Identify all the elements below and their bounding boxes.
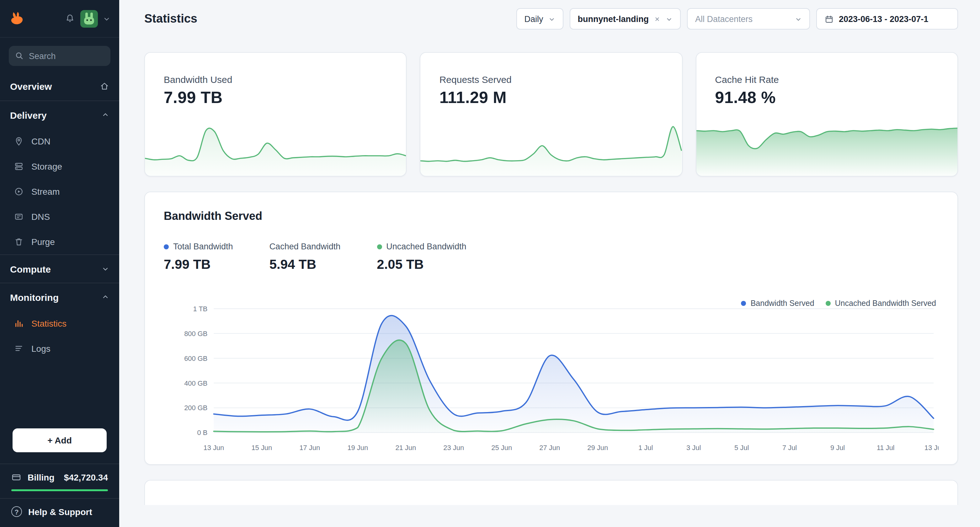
stat-card-value: 7.99 TB	[145, 85, 406, 107]
stat-card-requests-served: Requests Served 111.29 M	[420, 52, 682, 177]
page-title: Statistics	[144, 12, 197, 26]
sidebar-item-purge[interactable]: Purge	[0, 229, 119, 254]
delivery-label: Delivery	[10, 110, 47, 120]
cache-hit-rate-sparkline	[696, 116, 958, 176]
metric-cached-bandwidth: Cached Bandwidth 5.94 TB	[269, 242, 340, 272]
sidebar-bottom: + Add Billing $42,720.34 ? Help & Suppor…	[0, 428, 119, 527]
svg-text:600 GB: 600 GB	[184, 355, 207, 363]
bandwidth-served-chart[interactable]: 0 B200 GB400 GB600 GB800 GB1 TB13 Jun15 …	[164, 300, 939, 458]
next-card-partial	[144, 480, 958, 505]
sidebar-item-overview[interactable]: Overview	[0, 72, 119, 101]
datacenter-select[interactable]: All Datacenters	[687, 8, 810, 30]
notifications-bell-icon[interactable]	[65, 13, 75, 24]
billing-label: Billing	[28, 472, 54, 482]
metric-uncached-bandwidth: Uncached Bandwidth 2.05 TB	[377, 242, 466, 272]
help-label: Help & Support	[28, 506, 92, 517]
stream-label: Stream	[31, 187, 60, 196]
sidebar-item-stream[interactable]: Stream	[0, 179, 119, 204]
app: Overview Delivery CDN Storage	[0, 0, 980, 527]
overview-label: Overview	[10, 81, 52, 92]
storage-label: Storage	[31, 161, 62, 171]
stat-card-value: 111.29 M	[421, 85, 682, 107]
blue-dot-icon	[164, 244, 169, 249]
sidebar-section-monitoring[interactable]: Monitoring	[0, 283, 119, 311]
metric-total-bandwidth: Total Bandwidth 7.99 TB	[164, 242, 233, 272]
chevron-down-icon	[795, 15, 802, 22]
chart-title: Bandwidth Served	[164, 210, 939, 223]
sidebar-section-compute[interactable]: Compute	[0, 254, 119, 283]
main-content: Statistics Daily bunnynet-landing	[119, 0, 980, 527]
legend-bandwidth-served: Bandwidth Served	[741, 299, 815, 308]
metric-label: Cached Bandwidth	[269, 242, 340, 251]
logs-label: Logs	[31, 343, 51, 354]
svg-text:17 Jun: 17 Jun	[299, 444, 320, 452]
chevron-down-icon	[102, 265, 109, 273]
svg-text:27 Jun: 27 Jun	[539, 444, 560, 452]
pullzone-select[interactable]: bunnynet-landing	[570, 8, 681, 30]
play-circle-icon	[14, 187, 24, 196]
period-value: Daily	[525, 14, 543, 24]
svg-text:400 GB: 400 GB	[184, 379, 207, 387]
home-icon	[100, 81, 109, 91]
stat-card-label: Bandwidth Used	[145, 53, 406, 85]
bandwidth-served-card: Bandwidth Served Total Bandwidth 7.99 TB…	[144, 192, 958, 465]
date-range-value: 2023-06-13 - 2023-07-1	[839, 14, 928, 24]
stat-card-label: Requests Served	[421, 53, 682, 85]
blue-dot-icon	[741, 301, 746, 306]
billing-amount: $42,720.34	[64, 472, 108, 482]
help-support-link[interactable]: ? Help & Support	[0, 498, 119, 527]
metric-value: 5.94 TB	[269, 257, 340, 272]
chevron-down-icon	[548, 15, 555, 22]
search-input[interactable]	[9, 46, 110, 66]
svg-text:13 Jun: 13 Jun	[203, 444, 224, 452]
trash-icon	[14, 237, 24, 247]
svg-text:21 Jun: 21 Jun	[395, 444, 416, 452]
chevron-up-icon	[102, 293, 109, 301]
svg-text:23 Jun: 23 Jun	[443, 444, 464, 452]
calendar-icon	[824, 14, 834, 24]
metric-label: Total Bandwidth	[173, 242, 233, 251]
sidebar-nav: Overview Delivery CDN Storage	[0, 72, 119, 361]
requests-served-sparkline	[421, 116, 682, 176]
legend-uncached-bandwidth-served: Uncached Bandwidth Served	[826, 299, 936, 308]
sidebar-section-delivery[interactable]: Delivery	[0, 101, 119, 129]
svg-text:5 Jul: 5 Jul	[734, 444, 749, 452]
sidebar-item-statistics[interactable]: Statistics	[0, 311, 119, 336]
cdn-label: CDN	[31, 136, 51, 146]
dns-server-icon	[14, 212, 24, 222]
sidebar-search	[9, 46, 110, 66]
stat-cards-row: Bandwidth Used 7.99 TB Requests Served 1…	[144, 52, 958, 177]
svg-text:13 Jul: 13 Jul	[924, 444, 939, 452]
sidebar-item-cdn[interactable]: CDN	[0, 129, 119, 154]
metric-label: Uncached Bandwidth	[386, 242, 466, 251]
stat-card-cache-hit-rate: Cache Hit Rate 91.48 %	[695, 52, 958, 177]
page-header: Statistics Daily bunnynet-landing	[144, 0, 958, 38]
chevron-up-icon	[102, 111, 109, 119]
period-select[interactable]: Daily	[516, 8, 563, 30]
bar-chart-icon	[14, 318, 24, 329]
account-chevron-down-icon[interactable]	[103, 15, 110, 22]
stat-card-label: Cache Hit Rate	[696, 53, 958, 85]
svg-text:7 Jul: 7 Jul	[783, 444, 797, 452]
billing-section[interactable]: Billing $42,720.34	[0, 463, 119, 498]
sidebar-item-dns[interactable]: DNS	[0, 204, 119, 229]
chart-metrics: Total Bandwidth 7.99 TB Cached Bandwidth…	[164, 242, 939, 272]
svg-text:25 Jun: 25 Jun	[491, 444, 512, 452]
clear-x-icon[interactable]	[654, 15, 661, 22]
billing-progress-bar	[11, 489, 108, 491]
stat-card-value: 91.48 %	[696, 85, 958, 107]
sidebar-item-logs[interactable]: Logs	[0, 336, 119, 361]
filter-bar: Daily bunnynet-landing All Datacenters	[516, 8, 958, 30]
svg-text:29 Jun: 29 Jun	[587, 444, 608, 452]
svg-text:15 Jun: 15 Jun	[251, 444, 272, 452]
bunny-logo[interactable]	[9, 10, 25, 27]
metric-value: 7.99 TB	[164, 257, 233, 272]
user-avatar[interactable]	[80, 10, 98, 27]
compute-label: Compute	[10, 264, 51, 274]
svg-text:19 Jun: 19 Jun	[347, 444, 368, 452]
green-dot-icon	[377, 244, 382, 249]
date-range-picker[interactable]: 2023-06-13 - 2023-07-1	[816, 8, 958, 30]
sidebar-item-storage[interactable]: Storage	[0, 154, 119, 179]
add-button[interactable]: + Add	[13, 428, 107, 452]
legend-label: Uncached Bandwidth Served	[835, 299, 936, 308]
